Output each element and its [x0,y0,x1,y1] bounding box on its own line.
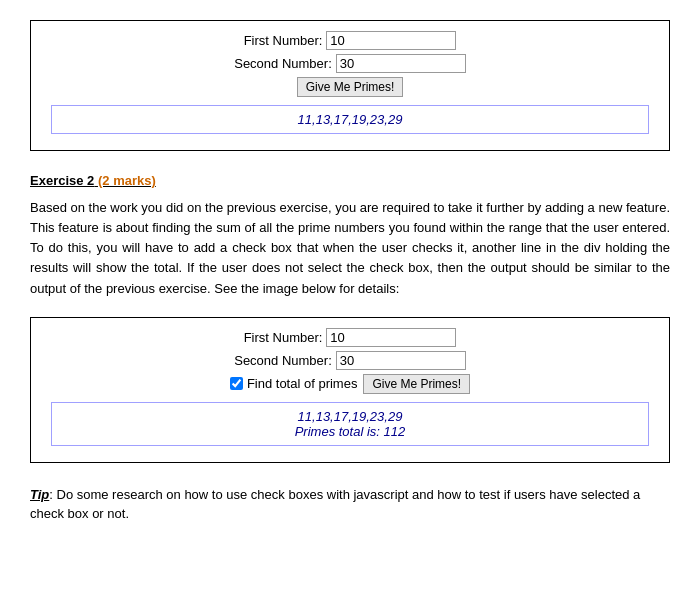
demo-box-1: First Number: Second Number: Give Me Pri… [30,20,670,151]
first-number-row: First Number: [51,31,649,50]
result-total-label: Primes total is: [295,424,380,439]
first-number-row-2: First Number: [51,328,649,347]
exercise-description: Based on the work you did on the previou… [30,198,670,299]
demo-box-2: First Number: Second Number: Find total … [30,317,670,463]
tip-section: Tip: Do some research on how to use chec… [30,485,670,524]
first-number-label: First Number: [244,33,323,48]
second-number-input-1[interactable] [336,54,466,73]
exercise-heading: Exercise 2 (2 marks) [30,173,670,188]
result-box-1: 11,13,17,19,23,29 [51,105,649,134]
give-me-primes-button-1[interactable]: Give Me Primes! [297,77,404,97]
second-number-label: Second Number: [234,56,332,71]
second-number-input-2[interactable] [336,351,466,370]
second-number-label-2: Second Number: [234,353,332,368]
result-box-2: 11,13,17,19,23,29 Primes total is: 112 [51,402,649,446]
first-number-input-2[interactable] [326,328,456,347]
second-number-row: Second Number: [51,54,649,73]
give-me-primes-button-2[interactable]: Give Me Primes! [363,374,470,394]
result-total-value: 112 [384,424,406,439]
first-number-input-1[interactable] [326,31,456,50]
result-primes-2: 11,13,17,19,23,29 [62,409,638,424]
first-number-label-2: First Number: [244,330,323,345]
tip-text: : Do some research on how to use check b… [30,487,640,522]
second-number-row-2: Second Number: [51,351,649,370]
result-text-1: 11,13,17,19,23,29 [298,112,403,127]
checkbox-row: Find total of primes Give Me Primes! [51,374,649,394]
result-total-row: Primes total is: 112 [62,424,638,439]
tip-label: Tip [30,487,49,502]
checkbox-label: Find total of primes [247,376,358,391]
exercise-label: Exercise 2 [30,173,94,188]
button-row-1: Give Me Primes! [51,77,649,97]
find-total-checkbox[interactable] [230,377,243,390]
exercise-marks: (2 marks) [98,173,156,188]
